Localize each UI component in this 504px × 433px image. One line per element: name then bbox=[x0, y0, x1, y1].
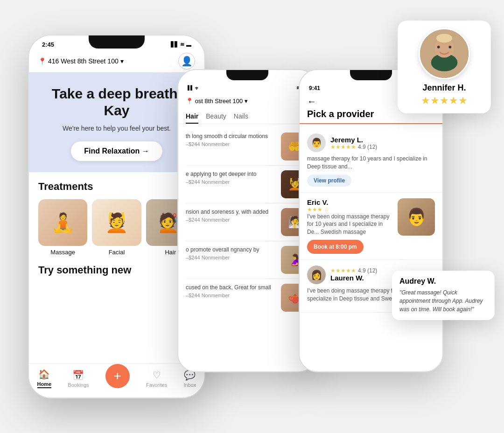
massage-image bbox=[38, 199, 87, 246]
hair-label: Hair bbox=[165, 249, 176, 256]
view-profile-button[interactable]: View profile bbox=[307, 175, 351, 187]
lauren-rating-value: 4.9 (12) bbox=[358, 267, 377, 274]
phone2-signal: ▋▋ ᯤ bbox=[188, 85, 200, 91]
tab-nails[interactable]: Nails bbox=[234, 112, 248, 124]
item-title: th long smooth d circular motions bbox=[186, 133, 276, 140]
item-title: o promote overall ngnancy by bbox=[186, 246, 276, 254]
back-button[interactable]: ← bbox=[307, 96, 316, 106]
battery-icon: ▬ bbox=[186, 42, 191, 48]
item-price: –$244 Nonmember bbox=[186, 141, 276, 147]
list-item[interactable]: o promote overall ngnancy by –$244 Nonme… bbox=[178, 241, 316, 279]
wifi-icon: ≋ bbox=[180, 42, 184, 48]
nav-home[interactable]: 🏠 Home bbox=[37, 369, 52, 388]
item-price: –$244 Nonmember bbox=[186, 179, 276, 185]
provider-eric[interactable]: Eric V. ★★★ ☆ I've been doing massage th… bbox=[300, 193, 442, 260]
nav-home-label: Home bbox=[37, 381, 52, 388]
phone3-notch bbox=[350, 70, 392, 80]
item-text: o promote overall ngnancy by –$244 Nonme… bbox=[186, 246, 276, 260]
phone2-notch bbox=[226, 70, 268, 80]
jeremy-rating: ★★★★★ 4.9 (12) bbox=[330, 144, 377, 150]
item-text: th long smooth d circular motions –$244 … bbox=[186, 133, 276, 147]
phone3: 9:41 ▋▋ ≋ ▬ ← Pick a provider 👨 Jeremy L… bbox=[299, 69, 443, 372]
find-relaxation-button[interactable]: Find Relaxation → bbox=[71, 141, 162, 161]
audrey-card: Audrey W. "Great massage! Quick appointm… bbox=[392, 271, 495, 320]
eric-desc: I've been doing massage therapy for 10 y… bbox=[307, 213, 393, 236]
bookings-icon: 📅 bbox=[72, 370, 84, 381]
plus-icon: + bbox=[114, 369, 121, 384]
nav-favorites-label: Favorites bbox=[146, 382, 167, 388]
lauren-avatar: 👩 bbox=[307, 265, 326, 284]
list-item[interactable]: e applying to get deeper into –$244 Nonm… bbox=[178, 166, 316, 203]
eric-photo: 👨 bbox=[398, 198, 435, 236]
favorites-icon: ♡ bbox=[153, 370, 161, 381]
item-title: nsion and soreness y, with added bbox=[186, 208, 276, 216]
phone3-time: 9:41 bbox=[309, 85, 320, 91]
find-relaxation-label: Find Relaxation → bbox=[84, 147, 149, 155]
jeremy-rating-value: 4.9 (12) bbox=[358, 144, 377, 150]
treatment-facial[interactable]: Facial bbox=[92, 199, 141, 256]
home-icon: 🏠 bbox=[38, 369, 50, 380]
phone2-tabs: Hair Beauty Nails bbox=[178, 109, 316, 124]
item-text: cused on the back, Great for small –$244… bbox=[186, 284, 276, 298]
list-item[interactable]: nsion and soreness y, with added –$244 N… bbox=[178, 203, 316, 241]
item-text: nsion and soreness y, with added –$244 N… bbox=[186, 208, 276, 223]
eric-stars: ★★★ bbox=[307, 206, 322, 213]
phone2-list: th long smooth d circular motions –$244 … bbox=[178, 124, 316, 371]
audrey-name: Audrey W. bbox=[399, 277, 487, 286]
massage-label: Massage bbox=[50, 249, 75, 256]
phone1-time: 2:45 bbox=[42, 41, 54, 48]
lauren-name: Lauren W. bbox=[330, 274, 377, 282]
phone2: ▋▋ ᯤ ≋ ▬ 📍 ost 8th Street 100 ▾ 🛒 Hair B… bbox=[177, 69, 317, 372]
phone2-status-bar: ▋▋ ᯤ ≋ ▬ bbox=[178, 80, 316, 93]
phone1-bottom-nav: 🏠 Home 📅 Bookings + ♡ Favorites 💬 Inbox bbox=[29, 363, 204, 398]
eric-half-star: ☆ bbox=[324, 206, 329, 213]
location-pin-icon: 📍 bbox=[38, 57, 46, 65]
phone1-notch bbox=[89, 35, 145, 49]
audrey-quote: "Great massage! Quick appointment throug… bbox=[399, 288, 487, 314]
nav-favorites[interactable]: ♡ Favorites bbox=[146, 370, 167, 388]
signal-icon: ▋▋ bbox=[171, 42, 178, 48]
jennifer-card: Jennifer H. ★★★★★ bbox=[398, 21, 491, 113]
treatments-heading: Treatments bbox=[38, 181, 195, 193]
user-avatar-icon: 👤 bbox=[181, 56, 193, 67]
jennifer-name: Jennifer H. bbox=[407, 83, 482, 93]
tab-beauty[interactable]: Beauty bbox=[206, 112, 226, 124]
svg-point-3 bbox=[436, 34, 452, 42]
location-text[interactable]: 📍 416 West 8th Street 100 ▾ bbox=[38, 57, 124, 65]
treatment-massage[interactable]: Massage bbox=[38, 199, 87, 256]
phone1-location-bar[interactable]: 📍 416 West 8th Street 100 ▾ 👤 bbox=[29, 50, 204, 72]
jennifer-avatar bbox=[419, 28, 470, 79]
try-new-heading: Try something new bbox=[38, 264, 195, 276]
book-button-eric[interactable]: Book at 8:00 pm bbox=[307, 240, 364, 254]
tab-hair[interactable]: Hair bbox=[186, 112, 198, 124]
facial-label: Facial bbox=[109, 249, 125, 256]
list-item[interactable]: th long smooth d circular motions –$244 … bbox=[178, 128, 316, 165]
item-price: –$244 Nonmember bbox=[186, 255, 276, 260]
item-price: –$244 Nonmember bbox=[186, 217, 276, 223]
svg-point-4 bbox=[437, 46, 440, 49]
phone2-location[interactable]: 📍 ost 8th Street 100 ▾ 🛒 bbox=[178, 93, 316, 109]
pin-icon: 📍 bbox=[186, 98, 193, 105]
phone3-list: 👨 Jeremy L. ★★★★★ 4.9 (12) massage thera… bbox=[300, 124, 442, 371]
jennifer-stars: ★★★★★ bbox=[407, 95, 482, 107]
phone2-address: 📍 ost 8th Street 100 ▾ bbox=[186, 98, 248, 105]
user-avatar[interactable]: 👤 bbox=[178, 53, 195, 70]
item-title: e applying to get deeper into bbox=[186, 170, 276, 178]
jeremy-avatar: 👨 bbox=[307, 133, 326, 152]
lauren-rating: ★★★★★ 4.9 (12) bbox=[330, 267, 377, 274]
provider-jeremy[interactable]: 👨 Jeremy L. ★★★★★ 4.9 (12) massage thera… bbox=[300, 128, 442, 193]
jeremy-stars: ★★★★★ bbox=[330, 144, 356, 150]
list-item[interactable]: cused on the back, Great for small –$244… bbox=[178, 279, 316, 316]
lauren-stars: ★★★★★ bbox=[330, 267, 356, 274]
nav-inbox-label: Inbox bbox=[183, 382, 196, 388]
item-price: –$244 Nonmember bbox=[186, 293, 276, 298]
eric-rating: ★★★ ☆ bbox=[307, 206, 393, 213]
hero-subtitle: We're here to help you feel your best. bbox=[43, 125, 190, 132]
location-address: 416 West 8th Street 100 ▾ bbox=[48, 57, 124, 65]
jeremy-name: Jeremy L. bbox=[330, 136, 377, 144]
hero-title: Take a deep breath, Kay bbox=[43, 85, 190, 119]
status-icons: ▋▋ ≋ ▬ bbox=[171, 42, 191, 48]
nav-bookings[interactable]: 📅 Bookings bbox=[68, 370, 89, 388]
nav-add-button[interactable]: + bbox=[105, 364, 130, 388]
nav-bookings-label: Bookings bbox=[68, 382, 89, 388]
